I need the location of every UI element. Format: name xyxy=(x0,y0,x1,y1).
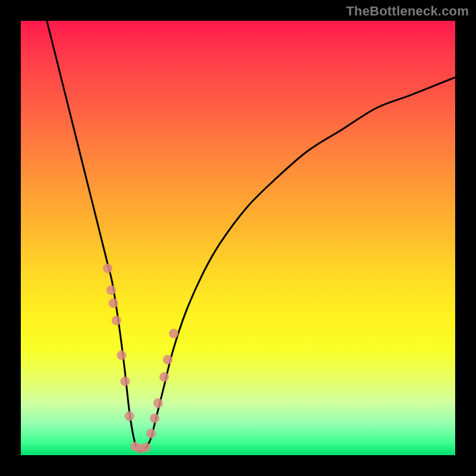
watermark-text: TheBottleneck.com xyxy=(346,4,469,19)
data-dot xyxy=(141,443,151,452)
dots-group xyxy=(103,264,178,453)
data-dot xyxy=(169,329,178,339)
data-dot xyxy=(103,264,112,273)
data-dot xyxy=(117,350,126,360)
data-dot xyxy=(150,414,159,423)
plot-area xyxy=(21,21,455,455)
curve-group xyxy=(47,21,455,452)
data-dot xyxy=(112,316,121,325)
data-dot xyxy=(159,372,169,382)
data-dot xyxy=(163,355,173,364)
chart-frame: TheBottleneck.com xyxy=(0,0,476,476)
data-dot xyxy=(120,377,130,386)
data-dot xyxy=(154,398,163,408)
data-dot xyxy=(146,429,156,439)
data-dot xyxy=(107,286,116,295)
bottleneck-curve-svg xyxy=(21,21,455,455)
data-dot xyxy=(125,411,134,421)
data-dot xyxy=(109,299,118,308)
bottleneck-curve xyxy=(47,21,455,452)
